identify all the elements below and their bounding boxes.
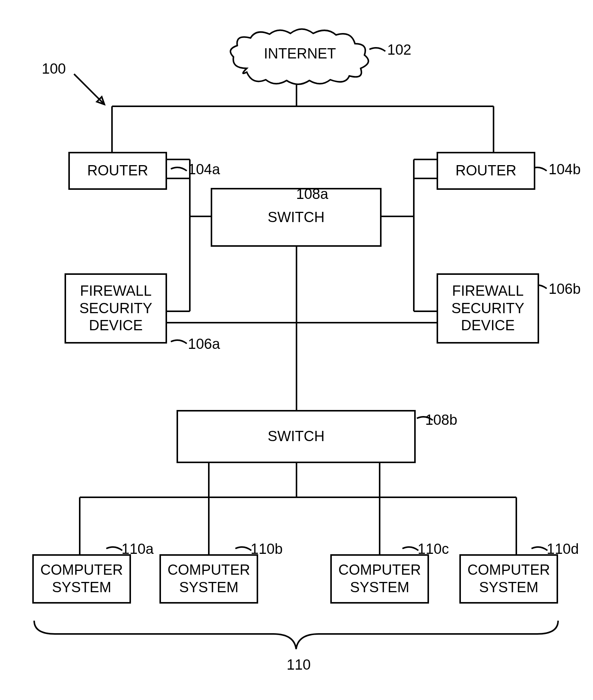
router-b: ROUTER [437, 152, 535, 190]
switch-a-label: SWITCH [268, 209, 325, 226]
firewall-a: FIREWALL SECURITY DEVICE [65, 273, 167, 344]
firewall-b-label: FIREWALL SECURITY DEVICE [441, 282, 535, 334]
computer-group-brace [32, 619, 560, 654]
computer-d-ref: 110d [547, 541, 579, 557]
firewall-a-ref: 106a [188, 336, 220, 352]
router-a-ref: 104a [188, 161, 220, 178]
computer-b: COMPUTER SYSTEM [159, 554, 258, 604]
router-b-label: ROUTER [456, 162, 516, 180]
router-a: ROUTER [68, 152, 167, 190]
computer-b-ref: 110b [251, 541, 283, 557]
computer-c-label: COMPUTER SYSTEM [335, 561, 424, 596]
firewall-b-ref: 106b [549, 281, 581, 297]
internet-ref: 102 [387, 42, 411, 58]
switch-b-label: SWITCH [268, 428, 325, 445]
internet-label: INTERNET [264, 46, 332, 62]
firewall-a-label: FIREWALL SECURITY DEVICE [69, 282, 162, 334]
computer-c-ref: 110c [418, 541, 449, 557]
switch-a-ref: 108a [296, 186, 328, 202]
computer-d: COMPUTER SYSTEM [459, 554, 558, 604]
computer-a: COMPUTER SYSTEM [32, 554, 131, 604]
computer-a-ref: 110a [121, 541, 154, 557]
switch-b-ref: 108b [425, 412, 457, 428]
computer-b-label: COMPUTER SYSTEM [164, 561, 254, 596]
router-b-ref: 104b [549, 161, 581, 178]
computer-a-label: COMPUTER SYSTEM [37, 561, 126, 596]
switch-b: SWITCH [177, 410, 416, 463]
computer-c: COMPUTER SYSTEM [330, 554, 429, 604]
router-a-label: ROUTER [87, 162, 148, 180]
firewall-b: FIREWALL SECURITY DEVICE [437, 273, 539, 344]
computer-group-ref: 110 [287, 657, 311, 673]
diagram-ref: 100 [42, 61, 66, 77]
network-topology-diagram: INTERNET 102 100 ROUTER 104a ROUTER 104b… [0, 0, 593, 700]
computer-d-label: COMPUTER SYSTEM [464, 561, 554, 596]
